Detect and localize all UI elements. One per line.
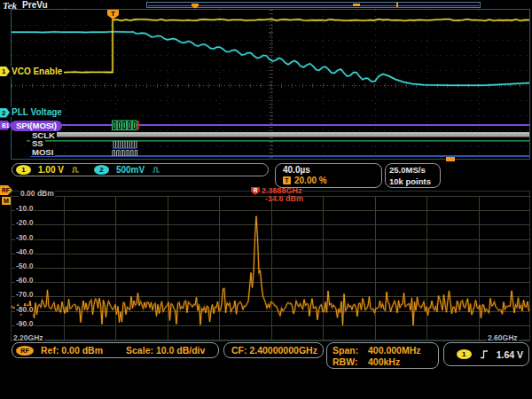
db-tick-label: -30.0 bbox=[15, 234, 34, 242]
sample-rate: 25.0MS/s bbox=[389, 165, 440, 175]
sclk-trace-top bbox=[30, 132, 529, 133]
spectrum-start-frequency: 2.20GHz bbox=[12, 334, 44, 342]
rbw-label: RBW: bbox=[332, 356, 368, 367]
ch2-badge[interactable]: 2 bbox=[94, 165, 109, 175]
rbw-value: 400kHz bbox=[368, 356, 400, 367]
waveform-traces-layer bbox=[11, 9, 530, 160]
ch1-trace bbox=[12, 20, 529, 73]
center-frequency-box[interactable]: CF: 2.40000000GHz bbox=[223, 342, 324, 358]
db-tick-label: -40.0 bbox=[15, 248, 34, 256]
rf-ref-level: Ref: 0.00 dBm bbox=[41, 345, 103, 356]
trigger-level: 1.64 V bbox=[497, 349, 523, 360]
digital-label-mosi: MOSI bbox=[30, 148, 55, 156]
timeline-spectrum-time-marker bbox=[396, 3, 398, 7]
oscilloscope-screen: Tek PreVu T 1 VCO Enable 2 PLL Voltage B… bbox=[0, 0, 532, 399]
db-tick-label: -50.0 bbox=[15, 262, 34, 270]
ch1-trace-glow bbox=[12, 20, 529, 73]
span-rbw-box[interactable]: Span: 400.000MHz RBW: 400kHz bbox=[326, 342, 439, 369]
ch1-badge[interactable]: 1 bbox=[16, 165, 31, 175]
ch2-position-marker[interactable]: 2 bbox=[0, 108, 10, 118]
acquisition-timeline-bar[interactable] bbox=[146, 2, 481, 8]
rf-settings-box[interactable]: RF Ref: 0.00 dBm Scale: 10.0 dB/div bbox=[12, 342, 219, 358]
trigger-position-readout: 20.00 % bbox=[294, 176, 327, 185]
trigger-source-badge[interactable]: 1 bbox=[457, 349, 472, 359]
db-tick-label: -90.0 bbox=[15, 320, 34, 328]
rf-m-badge[interactable]: M bbox=[2, 197, 11, 205]
rf-scale: Scale: 10.0 dB/div bbox=[126, 345, 205, 356]
db-tick-label: -20.0 bbox=[15, 219, 34, 227]
db-tick-label: -80.0 bbox=[15, 306, 34, 314]
ch2-label: PLL Voltage bbox=[10, 107, 64, 117]
ch2-coupling-icon bbox=[152, 166, 162, 174]
digital-label-ss: SS bbox=[30, 139, 45, 147]
ch1-coupling-icon bbox=[71, 166, 82, 174]
ch1-label: VCO Enable bbox=[10, 66, 64, 76]
trigger-readout-box[interactable]: 1 1.64 V bbox=[443, 342, 529, 366]
span-label: Span: bbox=[332, 345, 368, 356]
timebase-scale: 40.0µs bbox=[283, 165, 381, 175]
ch1-position-marker[interactable]: 1 bbox=[0, 66, 10, 76]
acquisition-readout-box[interactable]: 25.0MS/s 10k points bbox=[385, 163, 441, 188]
rising-edge-icon bbox=[480, 349, 489, 359]
ch2-trace-glow bbox=[12, 32, 529, 85]
ch1-scale: 1.00 V bbox=[38, 165, 64, 175]
db-tick-label: -10.0 bbox=[15, 205, 34, 213]
center-frequency: CF: 2.40000000GHz bbox=[231, 345, 317, 356]
rf-time-marker bbox=[446, 157, 455, 161]
timeline-trigger-icon bbox=[192, 4, 199, 9]
ch2-scale: 500mV bbox=[116, 165, 145, 175]
vertical-scale-readout-box[interactable]: 1 1.00 V 2 500mV bbox=[12, 163, 269, 176]
record-length: 10k points bbox=[389, 176, 440, 186]
span-value: 400.000MHz bbox=[368, 345, 421, 356]
spectrum-ref-level-label: 0.00 dBm bbox=[20, 190, 55, 198]
bus-decode-end bbox=[137, 121, 139, 130]
rf-badge[interactable]: RF bbox=[16, 346, 34, 356]
trigger-t-icon: T bbox=[283, 176, 291, 184]
db-tick-label: -70.0 bbox=[15, 291, 34, 299]
marker-amplitude: -14.6 dBm bbox=[265, 195, 303, 203]
db-tick-label: -60.0 bbox=[15, 277, 34, 285]
spectrum-trace-layer bbox=[11, 193, 530, 340]
sclk-trace bbox=[30, 133, 529, 137]
bus-label-pill[interactable]: SPI(MOSI) bbox=[11, 121, 62, 131]
spectrum-stop-frequency: 2.60GHz bbox=[487, 334, 519, 342]
horizontal-readout-box[interactable]: 40.0µs T 20.00 % bbox=[275, 163, 382, 188]
timeline-window-marker bbox=[353, 4, 360, 6]
